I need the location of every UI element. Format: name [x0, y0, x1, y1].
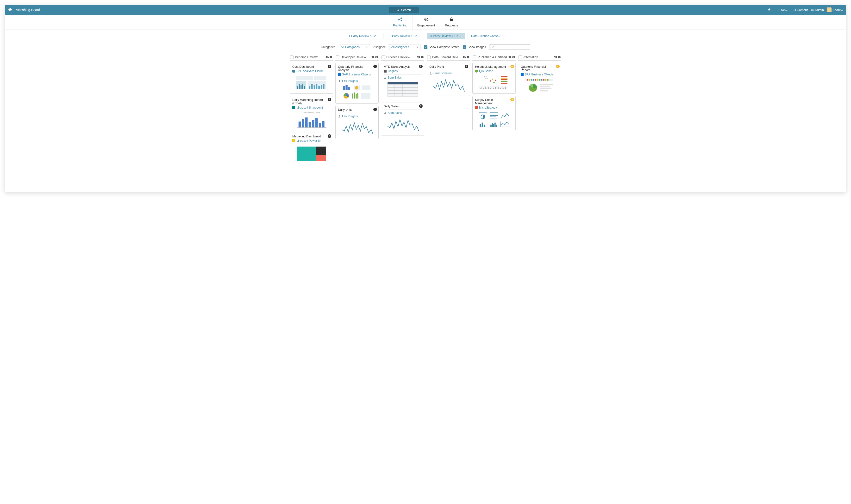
workflow-tab[interactable]: 1-Party Review & Certifi…: [345, 33, 383, 39]
info-icon[interactable]: [375, 55, 378, 59]
board-column: AttestationQuarterly Financial ReportSAP…: [518, 54, 561, 163]
assignee-link[interactable]: Sam Sales: [388, 111, 402, 114]
info-icon[interactable]: [512, 55, 515, 59]
column-checkbox[interactable]: [290, 55, 294, 59]
svg-point-10: [339, 80, 340, 81]
search-label: Search: [401, 8, 411, 12]
column-checkbox[interactable]: [519, 55, 522, 59]
svg-point-3: [426, 19, 427, 20]
user-icon: [384, 111, 386, 114]
source-link[interactable]: Microsoft Power BI: [296, 139, 321, 142]
assignee-link[interactable]: Erik Insights: [342, 114, 358, 118]
search-button[interactable]: Search: [389, 7, 418, 13]
column-checkbox[interactable]: [427, 55, 431, 59]
info-icon[interactable]: [419, 65, 423, 68]
tab-publishing[interactable]: Publishing: [388, 15, 413, 30]
info-icon[interactable]: [465, 65, 468, 68]
info-icon[interactable]: [374, 65, 377, 68]
new-button[interactable]: New...: [777, 8, 789, 12]
info-icon[interactable]: [329, 55, 332, 59]
source-link[interactable]: SAP Analytics Cloud: [296, 69, 323, 73]
column-checkbox[interactable]: [336, 55, 339, 59]
svg-point-20: [430, 72, 431, 73]
info-icon[interactable]: [558, 55, 561, 59]
workflow-tab[interactable]: 2-Party Review & Certifi…: [386, 33, 424, 39]
categories-label: Categories: [321, 46, 335, 49]
filter-search-input[interactable]: [489, 44, 530, 50]
home-icon[interactable]: [8, 7, 12, 13]
card-thumbnail: [475, 111, 513, 128]
gear-icon[interactable]: [417, 55, 420, 59]
search-icon: [397, 8, 400, 11]
column-title: Pending Review: [295, 55, 324, 59]
info-icon[interactable]: [421, 55, 424, 59]
board-card[interactable]: Daily Marketing Report (Excel)Microsoft …: [290, 96, 333, 130]
info-icon[interactable]: [374, 108, 377, 111]
column-title: Published & Certified: [477, 55, 507, 59]
user-menu[interactable]: Andrew: [827, 7, 843, 12]
source-link[interactable]: Cognos: [388, 69, 398, 73]
admin-button[interactable]: Admin: [811, 8, 824, 12]
svg-point-16: [385, 112, 386, 113]
board-card[interactable]: Daily SalesSam Sales: [381, 103, 424, 136]
info-icon[interactable]: [328, 98, 331, 101]
gear-icon[interactable]: [508, 55, 511, 59]
board-card[interactable]: Daily UnitsErik Insights: [335, 106, 379, 139]
workflow-tab[interactable]: 3-Party Review & Certifi…: [427, 33, 465, 39]
gear-icon: [811, 8, 814, 12]
source-icon: [292, 106, 295, 109]
share-icon: [398, 17, 403, 22]
main-tabs: PublishingEngagementRequests: [5, 15, 846, 30]
info-icon[interactable]: [328, 65, 331, 68]
board-card[interactable]: Quarterly Financial ReportSAP Business O…: [518, 63, 561, 97]
svg-rect-18: [468, 57, 468, 58]
source-link[interactable]: Qlik Sense: [479, 69, 493, 73]
assignee-link[interactable]: Sam Sales: [388, 76, 402, 79]
board-card[interactable]: Quarterly Financial AnalysisSAP Business…: [335, 63, 379, 104]
svg-point-11: [339, 115, 340, 116]
board-card[interactable]: Supply Chain ManagementMicroStrategy: [472, 96, 516, 130]
show-complete-checkbox[interactable]: Show Complete States: [424, 46, 459, 49]
tab-label: Requests: [445, 23, 458, 27]
assignee-link[interactable]: Gary Governor: [433, 72, 452, 75]
column-checkbox[interactable]: [382, 55, 385, 59]
board-column: Business ReviewMTD Sales AnalysisCognosS…: [381, 54, 424, 163]
info-icon[interactable]: [466, 55, 469, 59]
board-card[interactable]: Helpdesk ManagementQlik Sense: [472, 63, 516, 94]
card-thumbnail: [292, 111, 330, 128]
page-title: Publishing Board: [15, 8, 40, 12]
gear-icon[interactable]: [326, 55, 329, 59]
gear-icon[interactable]: [554, 55, 557, 59]
categories-select[interactable]: All Categories: [339, 44, 370, 50]
top-bar: Publishing Board Search 1 New... Content: [5, 5, 846, 15]
source-link[interactable]: Microsoft Sharepoint: [296, 106, 323, 109]
user-icon: [384, 76, 386, 79]
card-thumbnail: [292, 74, 330, 91]
board-card[interactable]: Cost DashboardSAP Analytics Cloud: [290, 63, 333, 94]
board-card[interactable]: Daily ProfitGary Governor: [427, 63, 470, 96]
board-card[interactable]: MTD Sales AnalysisCognosSam Sales: [381, 63, 424, 100]
tab-engagement[interactable]: Engagement: [413, 15, 440, 30]
gear-icon[interactable]: [371, 55, 375, 59]
column-title: Attestation: [523, 55, 553, 59]
info-icon[interactable]: [419, 104, 423, 108]
eye-icon: [424, 17, 429, 22]
check-icon: [424, 46, 427, 48]
column-checkbox[interactable]: [473, 55, 476, 59]
kanban-board: Pending ReviewCost DashboardSAP Analytic…: [5, 54, 846, 170]
gear-icon[interactable]: [463, 55, 466, 59]
source-link[interactable]: SAP Business Objects: [342, 73, 371, 76]
source-link[interactable]: SAP Business Objects: [525, 73, 554, 76]
workflow-tab[interactable]: Data Science Content …: [468, 33, 506, 39]
card-title: Daily Sales: [384, 105, 418, 108]
info-icon[interactable]: [328, 134, 331, 138]
source-link[interactable]: MicroStrategy: [479, 106, 497, 109]
content-button[interactable]: Content: [793, 8, 808, 12]
assignee-select[interactable]: All Assignees: [389, 44, 420, 50]
assignee-link[interactable]: Erik Insights: [342, 79, 358, 83]
tab-requests[interactable]: Requests: [440, 15, 463, 30]
notifications-button[interactable]: 1: [768, 8, 774, 12]
bell-icon: [768, 8, 771, 12]
show-images-checkbox[interactable]: Show Images: [463, 46, 486, 49]
board-card[interactable]: Marketing DashboardMicrosoft Power BI: [290, 132, 333, 163]
